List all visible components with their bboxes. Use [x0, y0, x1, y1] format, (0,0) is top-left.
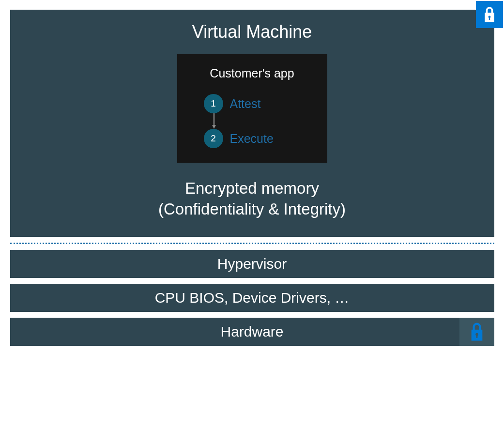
step-attest: 1 Attest	[204, 94, 301, 113]
step-execute: 2 Execute	[204, 129, 301, 148]
hardware-layer: Hardware	[10, 318, 494, 346]
customer-app-box: Customer's app 1 Attest 2 Execute	[177, 54, 327, 163]
trust-boundary-divider	[10, 243, 494, 244]
arrow-down-icon	[212, 113, 216, 129]
app-title: Customer's app	[210, 66, 294, 80]
encrypted-memory-text: Encrypted memory (Confidentiality & Inte…	[158, 178, 346, 220]
hardware-label: Hardware	[220, 324, 283, 339]
vm-title: Virtual Machine	[192, 22, 312, 42]
lock-icon	[469, 322, 485, 341]
bios-layer: CPU BIOS, Device Drivers, …	[10, 284, 494, 312]
step-number-2: 2	[204, 129, 223, 148]
bios-label: CPU BIOS, Device Drivers, …	[155, 290, 350, 306]
arrow-down	[204, 113, 301, 129]
lock-icon	[482, 6, 497, 23]
hardware-lock-badge	[459, 318, 494, 346]
virtual-machine-block: Virtual Machine Customer's app 1 Attest …	[10, 10, 494, 237]
mem-line2: (Confidentiality & Integrity)	[158, 200, 346, 218]
step-label-execute: Execute	[230, 132, 274, 146]
svg-marker-1	[212, 125, 216, 129]
hypervisor-label: Hypervisor	[217, 256, 287, 272]
step-number-1: 1	[204, 94, 223, 113]
vm-lock-badge	[476, 1, 503, 28]
step-label-attest: Attest	[230, 97, 261, 111]
hypervisor-layer: Hypervisor	[10, 250, 494, 278]
mem-line1: Encrypted memory	[185, 179, 319, 197]
